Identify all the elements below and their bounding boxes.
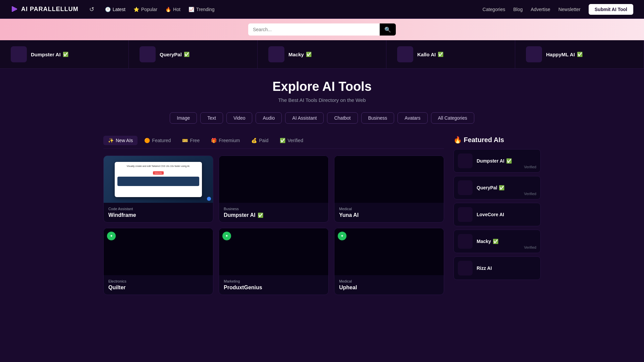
featured-ai-info-dumpster: Dumpster AI ✅ [477, 158, 536, 164]
main-content: Explore AI Tools The Best AI Tools Direc… [87, 69, 557, 306]
featured-ai-name-macky: Macky ✅ [477, 239, 536, 244]
featured-ai-verified-label-macky: Verified [524, 245, 536, 249]
featured-ai-info-rizz: Rizz AI [477, 265, 536, 271]
cat-tab-text[interactable]: Text [200, 112, 223, 124]
featured-strip: Dumpster AI ✅ QueryPal ✅ Macky ✅ Kallo A… [0, 40, 644, 69]
nav-link-hot[interactable]: 🔥 Hot [165, 7, 180, 12]
filter-tab-featured[interactable]: 🟠 Featured [140, 136, 175, 145]
featured-ai-dumpster[interactable]: Dumpster AI ✅ Verified [453, 149, 541, 173]
cat-tab-audio[interactable]: Audio [256, 112, 282, 124]
brand-name: AI PARALLELLUM [21, 6, 78, 13]
tool-category-productgenius: Marketing [224, 279, 324, 283]
verified-icon: ✅ [63, 52, 68, 57]
check-icon: ✅ [280, 138, 285, 143]
verified-badge-dumpster: ✅ [258, 213, 263, 218]
tools-grid: Visually create and edit Tailwind CSS UI… [103, 156, 444, 295]
search-icon: 🔍 [384, 27, 391, 33]
strip-name-querypal: QueryPal ✅ [160, 52, 190, 57]
star-icon: ⭐ [133, 7, 139, 12]
new-badge-quilter: ✦ [107, 232, 116, 240]
blue-dot [207, 197, 211, 201]
nav-links: 🕐 Latest ⭐ Popular 🔥 Hot 📈 Trending [105, 7, 215, 12]
strip-name-dumpster: Dumpster AI ✅ [31, 52, 68, 57]
cat-tab-all-categories[interactable]: All Categories [431, 112, 474, 124]
trending-icon: 📈 [189, 7, 194, 12]
featured-ai-name-dumpster: Dumpster AI ✅ [477, 158, 536, 164]
strip-item-happyml[interactable]: HappyML AI ✅ [515, 40, 644, 68]
tool-category-dumpster: Business [224, 207, 324, 211]
page-title: Explore AI Tools [103, 79, 541, 94]
strip-item-querypal[interactable]: QueryPal ✅ [129, 40, 258, 68]
strip-thumb-kallo [397, 46, 413, 62]
windframe-desc: Visually create and edit Tailwind CSS UI… [117, 165, 200, 168]
tool-card-yuna-ai[interactable]: Medical Yuna AI [334, 156, 444, 223]
tool-thumb-yuna [334, 156, 444, 203]
cat-tab-avatars[interactable]: Avatars [397, 112, 427, 124]
tool-card-windframe[interactable]: Visually create and edit Tailwind CSS UI… [103, 156, 213, 223]
tool-name-windframe: Windframe [108, 212, 208, 218]
featured-ai-thumb-rizz [458, 261, 473, 276]
windframe-inner: Visually create and edit Tailwind CSS UI… [115, 162, 202, 197]
featured-ai-macky[interactable]: Macky ✅ Verified [453, 230, 541, 253]
nav-blog[interactable]: Blog [513, 7, 523, 12]
cat-tab-video[interactable]: Video [226, 112, 253, 124]
search-bar-section: 🔍 [0, 19, 644, 40]
featured-verified-macky: ✅ [493, 239, 498, 244]
tool-category-upheal: Medical [339, 279, 439, 283]
submit-ai-tool-button[interactable]: Submit AI Tool [589, 4, 633, 15]
featured-ai-querypal[interactable]: QueryPal ✅ Verified [453, 176, 541, 199]
featured-ai-thumb-querypal [458, 180, 473, 195]
filter-tab-new-ais[interactable]: ✨ New AIs [103, 136, 138, 145]
nav-link-popular[interactable]: ⭐ Popular [133, 7, 157, 12]
tool-card-productgenius[interactable]: ✦ Marketing ProduxtGenius [219, 228, 329, 295]
cat-tab-business[interactable]: Business [361, 112, 394, 124]
strip-item-macky[interactable]: Macky ✅ [258, 40, 386, 68]
strip-thumb-querypal [140, 46, 156, 62]
filter-tab-free[interactable]: 🎫 Free [177, 136, 204, 145]
filter-tab-paid[interactable]: 💰 Paid [247, 136, 273, 145]
nav-advertise[interactable]: Advertise [531, 7, 550, 12]
cat-tab-ai-assistant[interactable]: AI Assistant [285, 112, 324, 124]
verified-icon: ✅ [306, 52, 312, 57]
tool-card-quilter[interactable]: ✦ Electronics Quilter [103, 228, 213, 295]
featured-ai-lovecore[interactable]: LoveCore AI [453, 203, 541, 226]
tool-thumb-quilter: ✦ [104, 228, 213, 275]
nav-link-trending[interactable]: 📈 Trending [189, 7, 215, 12]
strip-thumb-dumpster [11, 46, 27, 62]
windframe-cta: Subscribe [153, 171, 164, 175]
clock-icon: 🕐 [105, 7, 111, 12]
strip-name-macky: Macky ✅ [288, 52, 312, 57]
cat-tab-chatbot[interactable]: Chatbot [327, 112, 358, 124]
nav-right: Categories Blog Advertise Newsletter Sub… [483, 4, 633, 15]
share-icon[interactable]: ↺ [89, 6, 94, 13]
search-input[interactable] [248, 23, 396, 36]
featured-ai-thumb-lovecore [458, 207, 473, 222]
featured-ai-name-querypal: QueryPal ✅ [477, 185, 536, 190]
tool-name-dumpster: Dumpster AI ✅ [224, 212, 324, 218]
tool-card-upheal[interactable]: ✦ Medical Upheal [334, 228, 444, 295]
logo-icon: ⫸ [11, 5, 18, 14]
cat-tab-image[interactable]: Image [170, 112, 197, 124]
filter-tab-freemium[interactable]: 🎁 Freemium [206, 136, 245, 145]
tool-thumb-windframe: Visually create and edit Tailwind CSS UI… [104, 156, 213, 203]
nav-categories[interactable]: Categories [483, 7, 505, 12]
strip-item-kallo[interactable]: Kallo AI ✅ [386, 40, 515, 68]
verified-icon: ✅ [184, 52, 190, 57]
tool-card-dumpster-ai[interactable]: Business Dumpster AI ✅ [219, 156, 329, 223]
gift-icon: 🎁 [211, 138, 217, 143]
strip-item-dumpster-ai[interactable]: Dumpster AI ✅ [0, 40, 129, 68]
featured-ai-info-macky: Macky ✅ [477, 239, 536, 244]
search-button[interactable]: 🔍 [380, 23, 396, 36]
nav-link-latest[interactable]: 🕐 Latest [105, 7, 125, 12]
nav-newsletter[interactable]: Newsletter [558, 7, 581, 12]
filter-tab-verified[interactable]: ✅ Verified [275, 136, 308, 145]
tool-category-windframe: Code Assistant [108, 207, 208, 211]
logo[interactable]: ⫸ AI PARALLELLUM [11, 5, 78, 14]
category-tabs: Image Text Video Audio AI Assistant Chat… [103, 112, 541, 124]
verified-icon: ✅ [577, 52, 583, 57]
strip-thumb-macky [268, 46, 284, 62]
strip-name-happyml: HappyML AI ✅ [546, 52, 583, 57]
windframe-preview [117, 177, 200, 186]
featured-ai-rizz[interactable]: Rizz AI [453, 256, 541, 280]
featured-ai-thumb-macky [458, 234, 473, 249]
